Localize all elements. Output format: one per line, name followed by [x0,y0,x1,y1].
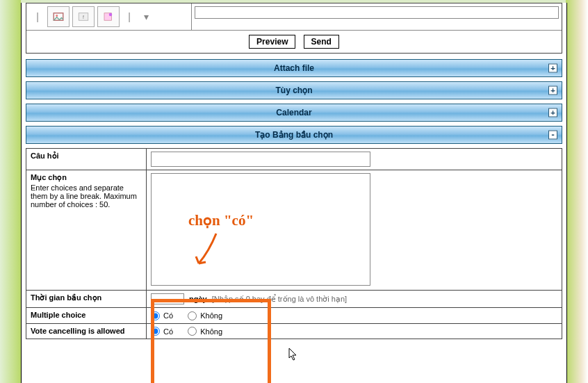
accordion-options[interactable]: Tùy chọn + [26,81,562,99]
expand-icon[interactable]: + [548,64,557,73]
accordion-label: Tạo Bảng bầu chọn [255,130,333,140]
accordion-attach-file[interactable]: Attach file + [26,59,562,77]
row-choices: Mục chọn Enter choices and separate them… [26,170,562,291]
expand-icon[interactable]: + [548,86,557,95]
multi-yes-radio[interactable] [151,311,160,320]
dropdown-caret-icon[interactable]: ▾ [139,8,153,25]
accordion-label: Calendar [276,108,311,117]
question-label: Câu hỏi [26,149,147,170]
row-duration: Thời gian bầu chọn ngày [Nhập số 0 hay đ… [26,291,562,308]
choices-label: Mục chọn [31,173,67,181]
duration-note: [Nhập số 0 hay để trống là vô thời hạn] [212,295,347,303]
accordion-calendar[interactable]: Calendar + [26,104,562,122]
cancel-yes-radio[interactable] [151,327,160,336]
poll-form: Câu hỏi Mục chọn Enter choices and separ… [26,148,562,339]
row-question: Câu hỏi [26,149,562,170]
divider-icon: | [122,8,136,25]
send-button[interactable]: Send [304,35,339,49]
preview-button[interactable]: Preview [249,35,295,49]
collapse-icon[interactable]: - [548,131,557,140]
row-vote-cancel: Vote cancelling is allowed Có Không [26,323,562,339]
choices-hint: Enter choices and separate them by a lin… [31,184,142,209]
editor-toolbar-row: | f | ▾ [26,3,562,31]
accordion-poll[interactable]: Tạo Bảng bầu chọn - [26,126,562,144]
question-input[interactable] [151,152,370,167]
insert-media-icon[interactable] [97,6,120,27]
cancel-no-radio[interactable] [188,327,197,336]
insert-flash-icon[interactable]: f [72,6,95,27]
svg-point-5 [109,13,113,17]
radio-no-label: Không [200,311,222,320]
duration-label: Thời gian bầu chọn [26,291,147,308]
annotation-label: chọn "có" [188,212,254,229]
accordion-label: Tùy chọn [275,85,312,95]
expand-icon[interactable]: + [548,108,557,117]
accordion-label: Attach file [274,63,314,73]
multiple-choice-label: Multiple choice [26,308,147,324]
row-multiple-choice: Multiple choice Có Không [26,308,562,324]
svg-text:f: f [83,15,84,19]
days-unit-label: ngày [189,295,207,303]
radio-no-label: Không [200,327,222,336]
svg-point-1 [56,15,58,17]
divider-icon: | [31,8,44,25]
cursor-icon [288,348,298,361]
insert-image-icon[interactable] [47,6,70,27]
multi-no-radio[interactable] [188,311,197,320]
editor-inline-area[interactable] [195,6,559,19]
duration-input[interactable] [151,293,184,304]
radio-yes-label: Có [163,327,173,336]
radio-yes-label: Có [163,311,173,320]
choices-textarea[interactable] [151,173,370,286]
editor-icon-tray: | f | ▾ [26,3,192,30]
vote-cancel-label: Vote cancelling is allowed [26,323,147,339]
